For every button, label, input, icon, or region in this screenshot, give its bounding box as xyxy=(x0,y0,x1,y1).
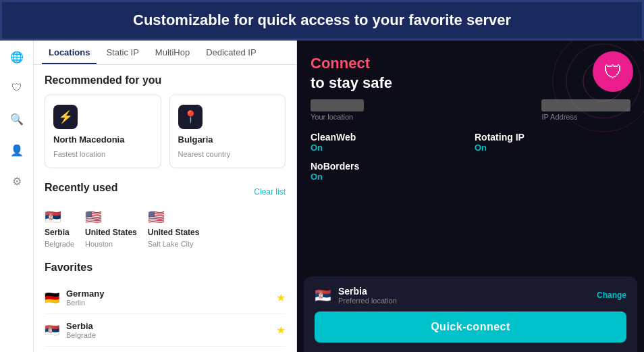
sidebar-globe-icon[interactable]: 🌐 xyxy=(7,47,26,66)
change-button[interactable]: Change xyxy=(597,291,626,300)
fav-item-uk[interactable]: 🇬🇧 United Kingdom London ★ xyxy=(45,347,286,352)
cleanweb-val: On xyxy=(311,143,466,153)
recent-name-0: Serbia xyxy=(45,228,70,237)
serbia-flag-fav: 🇷🇸 xyxy=(45,323,59,338)
recently-used-header: Recently used Clear list xyxy=(45,182,286,202)
recent-items: 🇷🇸 Serbia Belgrade 🇺🇸 United States Hous… xyxy=(45,209,286,248)
rec-card-name-1: Bulgaria xyxy=(178,134,213,145)
location-ip-row: ██████ Your location ███████████ IP Addr… xyxy=(297,99,644,121)
recent-item-us-houston[interactable]: 🇺🇸 United States Houston xyxy=(85,209,137,248)
favorites-list: 🇩🇪 Germany Berlin ★ 🇷🇸 Serbia Belgrade ★ xyxy=(45,282,286,352)
sidebar: 🌐 🛡 🔍 👤 ⚙ xyxy=(0,41,34,352)
recent-name-2: United States xyxy=(148,228,200,237)
main-container: 🌐 🛡 🔍 👤 ⚙ Locations Static IP MultiHop D… xyxy=(0,41,644,352)
location-blurred: ██████ xyxy=(311,99,364,111)
status-rotating-ip: Rotating IP On xyxy=(475,132,630,153)
preferred-row: 🇷🇸 Serbia Preferred location Change xyxy=(315,286,626,305)
status-grid: CleanWeb On Rotating IP On xyxy=(297,124,644,161)
us-flag-recent-1: 🇺🇸 xyxy=(85,209,102,225)
noborders-name: NoBorders xyxy=(311,161,630,172)
tab-static-ip[interactable]: Static IP xyxy=(99,41,145,64)
vpn-headline: Connect to stay safe xyxy=(297,41,644,99)
fav-city-1: Belgrade xyxy=(66,331,276,339)
fastest-icon: ⚡ xyxy=(53,105,78,129)
fav-star-germany[interactable]: ★ xyxy=(276,291,286,304)
noborders-row: NoBorders On xyxy=(297,161,644,182)
rotating-ip-name: Rotating IP xyxy=(475,132,630,143)
preferred-name: Serbia xyxy=(338,286,597,297)
fav-name-1: Serbia xyxy=(66,321,276,331)
rec-card-sub-1: Nearest country xyxy=(178,150,231,158)
vpn-headline-white: to stay safe xyxy=(311,74,630,93)
vpn-headline-red: Connect xyxy=(311,54,630,74)
fav-name-0: Germany xyxy=(66,288,276,299)
noborders-val: On xyxy=(311,172,630,182)
recently-used-title: Recently used xyxy=(45,182,117,194)
vpn-location-panel: Locations Static IP MultiHop Dedicated I… xyxy=(34,41,297,352)
nearest-icon: 📍 xyxy=(178,105,203,129)
rotating-ip-val: On xyxy=(475,143,630,153)
rec-card-north-macedonia[interactable]: ⚡ North Macedonia Fastest location xyxy=(45,95,161,168)
tab-locations[interactable]: Locations xyxy=(42,41,97,64)
sidebar-settings-icon[interactable]: ⚙ xyxy=(7,172,26,191)
fav-item-serbia[interactable]: 🇷🇸 Serbia Belgrade ★ xyxy=(45,314,286,347)
preferred-flag: 🇷🇸 xyxy=(315,287,331,303)
ip-label: IP Address xyxy=(541,113,630,121)
clear-list-button[interactable]: Clear list xyxy=(254,187,286,197)
favorites-title: Favorites xyxy=(45,261,286,274)
location-block: ██████ Your location xyxy=(311,99,364,121)
us-flag-recent-2: 🇺🇸 xyxy=(148,209,165,225)
fav-city-0: Berlin xyxy=(66,299,276,307)
sidebar-shield-icon[interactable]: 🛡 xyxy=(7,78,26,97)
recommended-title: Recommended for you xyxy=(45,74,286,86)
recent-item-serbia[interactable]: 🇷🇸 Serbia Belgrade xyxy=(45,209,74,248)
fav-info-germany: Germany Berlin xyxy=(66,288,276,307)
recommended-cards: ⚡ North Macedonia Fastest location 📍 Bul… xyxy=(45,95,286,168)
tab-bar: Locations Static IP MultiHop Dedicated I… xyxy=(34,41,296,65)
tab-dedicated-ip[interactable]: Dedicated IP xyxy=(199,41,263,64)
rec-card-bulgaria[interactable]: 📍 Bulgaria Nearest country xyxy=(169,95,286,168)
serbia-flag-recent: 🇷🇸 xyxy=(45,209,61,225)
cleanweb-name: CleanWeb xyxy=(311,132,466,143)
germany-flag: 🇩🇪 xyxy=(45,291,59,305)
panel-content: Recommended for you ⚡ North Macedonia Fa… xyxy=(34,65,296,352)
ip-blurred: ███████████ xyxy=(541,99,630,111)
vpn-status-panel: 🛡 Connect to stay safe ██████ Your locat… xyxy=(297,41,644,352)
rec-card-name-0: North Macedonia xyxy=(53,134,124,145)
promo-banner: Customizable for quick access to your fa… xyxy=(0,0,644,41)
fav-info-serbia: Serbia Belgrade xyxy=(66,321,276,339)
banner-text: Customizable for quick access to your fa… xyxy=(133,11,511,28)
recent-item-us-slc[interactable]: 🇺🇸 United States Salt Lake City xyxy=(148,209,200,248)
recent-city-2: Salt Lake City xyxy=(148,240,194,248)
sidebar-user-icon[interactable]: 👤 xyxy=(7,141,26,159)
recent-name-1: United States xyxy=(85,228,137,237)
connect-bottom: 🇷🇸 Serbia Preferred location Change Quic… xyxy=(304,276,637,352)
tab-multihop[interactable]: MultiHop xyxy=(149,41,196,64)
recent-city-1: Houston xyxy=(85,240,113,248)
rec-card-sub-0: Fastest location xyxy=(53,150,105,158)
preferred-info: Serbia Preferred location xyxy=(338,286,597,305)
status-cleanweb: CleanWeb On xyxy=(311,132,466,153)
preferred-label: Preferred location xyxy=(338,297,597,305)
ip-block: ███████████ IP Address xyxy=(541,99,630,121)
location-label: Your location xyxy=(311,113,364,121)
sidebar-search-icon[interactable]: 🔍 xyxy=(7,109,26,128)
recent-city-0: Belgrade xyxy=(45,240,74,248)
quick-connect-button[interactable]: Quick-connect xyxy=(315,311,626,343)
fav-item-germany[interactable]: 🇩🇪 Germany Berlin ★ xyxy=(45,282,286,314)
vpn-shield-icon: 🛡 xyxy=(593,51,633,92)
fav-star-serbia[interactable]: ★ xyxy=(276,324,286,336)
